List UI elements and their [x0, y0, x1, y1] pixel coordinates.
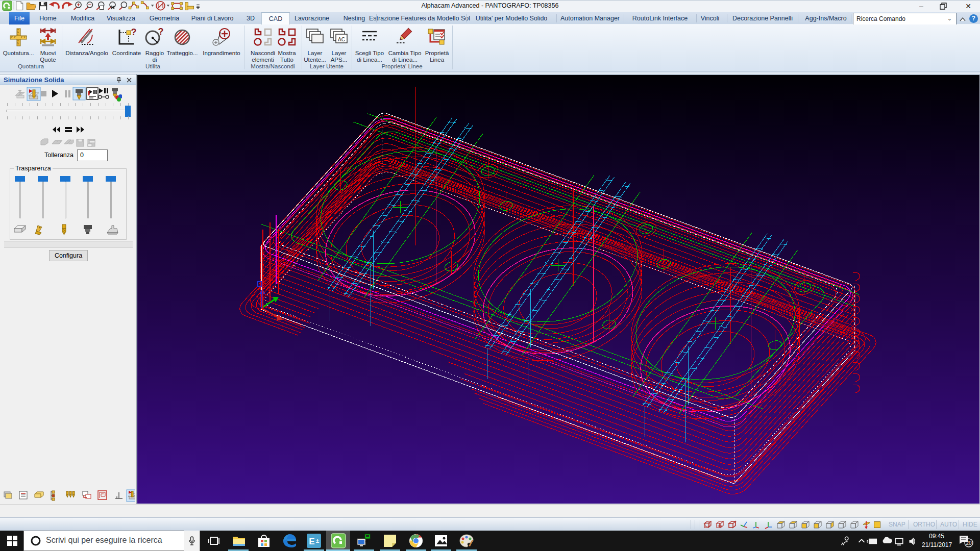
- svg-text:±: ±: [316, 537, 320, 544]
- svg-text:?: ?: [158, 28, 164, 37]
- svg-text:?: ?: [131, 28, 137, 37]
- svg-text:AC: AC: [338, 37, 345, 42]
- svg-text:E: E: [309, 537, 314, 546]
- svg-text:20: 20: [966, 540, 972, 546]
